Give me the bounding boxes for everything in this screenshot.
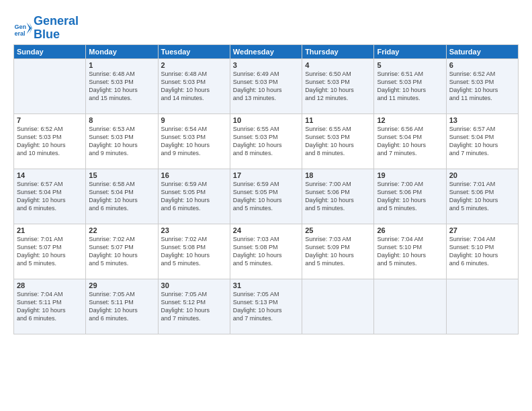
- day-info: Sunrise: 7:05 AM Sunset: 5:12 PM Dayligh…: [161, 290, 227, 323]
- day-number: 27: [449, 226, 515, 234]
- svg-text:eral: eral: [14, 30, 25, 36]
- calendar-cell: 29Sunrise: 7:05 AM Sunset: 5:11 PM Dayli…: [86, 279, 158, 334]
- calendar: Sunday Monday Tuesday Wednesday Thursday…: [13, 44, 519, 334]
- calendar-week-row: 1Sunrise: 6:48 AM Sunset: 5:03 PM Daylig…: [14, 58, 519, 113]
- day-info: Sunrise: 6:56 AM Sunset: 5:04 PM Dayligh…: [377, 125, 443, 158]
- calendar-cell: 4Sunrise: 6:50 AM Sunset: 5:03 PM Daylig…: [302, 58, 374, 113]
- calendar-cell: 24Sunrise: 7:03 AM Sunset: 5:08 PM Dayli…: [230, 224, 302, 279]
- day-number: 19: [377, 171, 443, 179]
- calendar-cell: 2Sunrise: 6:48 AM Sunset: 5:03 PM Daylig…: [158, 58, 230, 113]
- calendar-cell: 23Sunrise: 7:02 AM Sunset: 5:08 PM Dayli…: [158, 224, 230, 279]
- calendar-cell: [302, 279, 374, 334]
- calendar-cell: 25Sunrise: 7:03 AM Sunset: 5:09 PM Dayli…: [302, 224, 374, 279]
- calendar-cell: 5Sunrise: 6:51 AM Sunset: 5:03 PM Daylig…: [374, 58, 446, 113]
- calendar-cell: 10Sunrise: 6:55 AM Sunset: 5:03 PM Dayli…: [230, 113, 302, 169]
- day-info: Sunrise: 6:55 AM Sunset: 5:03 PM Dayligh…: [233, 125, 299, 158]
- day-number: 24: [233, 226, 299, 234]
- day-number: 17: [233, 171, 299, 179]
- calendar-cell: 22Sunrise: 7:02 AM Sunset: 5:07 PM Dayli…: [86, 224, 158, 279]
- header: Gen eral General Blue: [13, 12, 519, 42]
- day-number: 12: [377, 116, 443, 124]
- calendar-cell: [446, 279, 518, 334]
- calendar-cell: 13Sunrise: 6:57 AM Sunset: 5:04 PM Dayli…: [446, 113, 518, 169]
- col-monday: Monday: [86, 44, 158, 58]
- calendar-cell: 7Sunrise: 6:52 AM Sunset: 5:03 PM Daylig…: [14, 113, 86, 169]
- day-number: 30: [161, 281, 227, 289]
- day-number: 21: [17, 226, 83, 234]
- day-info: Sunrise: 6:52 AM Sunset: 5:03 PM Dayligh…: [17, 125, 83, 158]
- day-number: 23: [161, 226, 227, 234]
- day-info: Sunrise: 6:59 AM Sunset: 5:05 PM Dayligh…: [161, 180, 227, 213]
- day-info: Sunrise: 7:04 AM Sunset: 5:11 PM Dayligh…: [17, 290, 83, 323]
- calendar-cell: [14, 58, 86, 113]
- day-number: 5: [377, 61, 443, 69]
- calendar-cell: 18Sunrise: 7:00 AM Sunset: 5:06 PM Dayli…: [302, 169, 374, 224]
- day-number: 14: [17, 171, 83, 179]
- day-info: Sunrise: 7:01 AM Sunset: 5:06 PM Dayligh…: [449, 180, 515, 213]
- day-number: 3: [233, 61, 299, 69]
- day-info: Sunrise: 7:01 AM Sunset: 5:07 PM Dayligh…: [17, 235, 83, 268]
- col-thursday: Thursday: [302, 44, 374, 58]
- day-info: Sunrise: 7:02 AM Sunset: 5:08 PM Dayligh…: [161, 235, 227, 268]
- day-number: 8: [89, 116, 154, 124]
- page: Gen eral General Blue Sunday Monday Tues…: [0, 0, 532, 411]
- day-info: Sunrise: 7:00 AM Sunset: 5:06 PM Dayligh…: [377, 180, 443, 213]
- day-info: Sunrise: 6:54 AM Sunset: 5:03 PM Dayligh…: [161, 125, 227, 158]
- calendar-week-row: 7Sunrise: 6:52 AM Sunset: 5:03 PM Daylig…: [14, 113, 519, 169]
- day-number: 31: [233, 281, 299, 289]
- calendar-week-row: 14Sunrise: 6:57 AM Sunset: 5:04 PM Dayli…: [14, 169, 519, 224]
- calendar-cell: 12Sunrise: 6:56 AM Sunset: 5:04 PM Dayli…: [374, 113, 446, 169]
- day-info: Sunrise: 7:02 AM Sunset: 5:07 PM Dayligh…: [89, 235, 154, 268]
- day-number: 15: [89, 171, 154, 179]
- day-number: 28: [17, 281, 83, 289]
- calendar-week-row: 21Sunrise: 7:01 AM Sunset: 5:07 PM Dayli…: [14, 224, 519, 279]
- day-info: Sunrise: 7:03 AM Sunset: 5:09 PM Dayligh…: [305, 235, 371, 268]
- svg-marker-2: [27, 22, 32, 34]
- day-info: Sunrise: 7:05 AM Sunset: 5:11 PM Dayligh…: [89, 290, 154, 323]
- logo-text2: Blue: [34, 28, 79, 42]
- day-info: Sunrise: 6:59 AM Sunset: 5:05 PM Dayligh…: [233, 180, 299, 213]
- col-wednesday: Wednesday: [230, 44, 302, 58]
- col-friday: Friday: [374, 44, 446, 58]
- col-saturday: Saturday: [446, 44, 518, 58]
- day-number: 9: [161, 116, 227, 124]
- day-number: 6: [449, 61, 515, 69]
- day-info: Sunrise: 7:05 AM Sunset: 5:13 PM Dayligh…: [233, 290, 299, 323]
- day-number: 4: [305, 61, 371, 69]
- calendar-cell: 27Sunrise: 7:04 AM Sunset: 5:10 PM Dayli…: [446, 224, 518, 279]
- calendar-cell: 15Sunrise: 6:58 AM Sunset: 5:04 PM Dayli…: [86, 169, 158, 224]
- day-info: Sunrise: 7:00 AM Sunset: 5:06 PM Dayligh…: [305, 180, 371, 213]
- day-number: 25: [305, 226, 371, 234]
- day-info: Sunrise: 6:51 AM Sunset: 5:03 PM Dayligh…: [377, 70, 443, 103]
- calendar-cell: 6Sunrise: 6:52 AM Sunset: 5:03 PM Daylig…: [446, 58, 518, 113]
- day-number: 20: [449, 171, 515, 179]
- day-number: 22: [89, 226, 154, 234]
- day-info: Sunrise: 6:55 AM Sunset: 5:03 PM Dayligh…: [305, 125, 371, 158]
- day-number: 1: [89, 61, 154, 69]
- calendar-cell: 3Sunrise: 6:49 AM Sunset: 5:03 PM Daylig…: [230, 58, 302, 113]
- day-info: Sunrise: 7:04 AM Sunset: 5:10 PM Dayligh…: [449, 235, 515, 268]
- weekday-header-row: Sunday Monday Tuesday Wednesday Thursday…: [14, 44, 519, 58]
- day-info: Sunrise: 6:50 AM Sunset: 5:03 PM Dayligh…: [305, 70, 371, 103]
- calendar-cell: 11Sunrise: 6:55 AM Sunset: 5:03 PM Dayli…: [302, 113, 374, 169]
- day-info: Sunrise: 6:53 AM Sunset: 5:03 PM Dayligh…: [89, 125, 154, 158]
- calendar-cell: 28Sunrise: 7:04 AM Sunset: 5:11 PM Dayli…: [14, 279, 86, 334]
- day-info: Sunrise: 6:57 AM Sunset: 5:04 PM Dayligh…: [449, 125, 515, 158]
- calendar-cell: 16Sunrise: 6:59 AM Sunset: 5:05 PM Dayli…: [158, 169, 230, 224]
- day-number: 13: [449, 116, 515, 124]
- col-tuesday: Tuesday: [158, 44, 230, 58]
- calendar-cell: 21Sunrise: 7:01 AM Sunset: 5:07 PM Dayli…: [14, 224, 86, 279]
- logo: Gen eral General Blue: [13, 15, 79, 42]
- day-info: Sunrise: 6:57 AM Sunset: 5:04 PM Dayligh…: [17, 180, 83, 213]
- calendar-cell: 26Sunrise: 7:04 AM Sunset: 5:10 PM Dayli…: [374, 224, 446, 279]
- day-info: Sunrise: 6:52 AM Sunset: 5:03 PM Dayligh…: [449, 70, 515, 103]
- day-number: 11: [305, 116, 371, 124]
- calendar-cell: 17Sunrise: 6:59 AM Sunset: 5:05 PM Dayli…: [230, 169, 302, 224]
- calendar-cell: [374, 279, 446, 334]
- calendar-cell: 8Sunrise: 6:53 AM Sunset: 5:03 PM Daylig…: [86, 113, 158, 169]
- calendar-cell: 30Sunrise: 7:05 AM Sunset: 5:12 PM Dayli…: [158, 279, 230, 334]
- calendar-cell: 20Sunrise: 7:01 AM Sunset: 5:06 PM Dayli…: [446, 169, 518, 224]
- calendar-week-row: 28Sunrise: 7:04 AM Sunset: 5:11 PM Dayli…: [14, 279, 519, 334]
- col-sunday: Sunday: [14, 44, 86, 58]
- calendar-cell: 1Sunrise: 6:48 AM Sunset: 5:03 PM Daylig…: [86, 58, 158, 113]
